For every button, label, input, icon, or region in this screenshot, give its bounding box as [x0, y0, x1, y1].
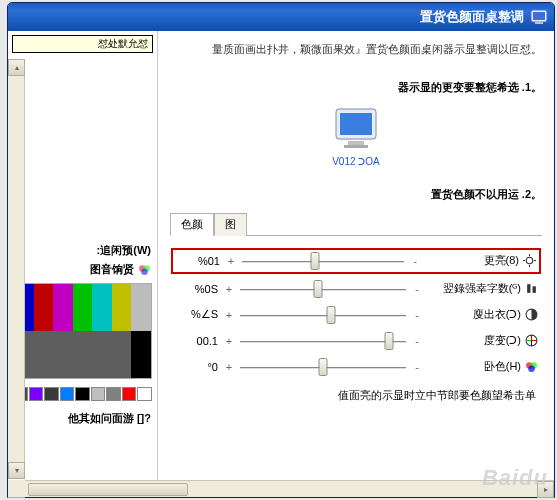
swatch[interactable]	[122, 387, 136, 401]
contrast-thumb[interactable]	[327, 306, 336, 324]
contrast-label: (Ɔ)廋出衣	[428, 307, 538, 322]
color-bar	[73, 331, 92, 378]
color-bar	[73, 284, 92, 331]
color-bar	[53, 331, 72, 378]
slider-digital: (ᴳ)翌錄强幸字数 - + %0S	[174, 280, 538, 298]
contrast-icon	[525, 308, 538, 321]
color-bar	[112, 284, 131, 331]
gamma-label: (H)卧色	[428, 359, 538, 374]
titlebar[interactable]: 置货色颜面桌整调	[8, 3, 554, 31]
preview-dropdown-label: (W)追闲预:	[8, 241, 157, 260]
svg-point-7	[526, 257, 533, 264]
monitor-selector[interactable]: V012 ƆOA	[170, 105, 542, 167]
swatch[interactable]	[44, 387, 58, 401]
scroll-thumb[interactable]	[28, 483, 188, 496]
brightness-label: (8)更亮	[426, 253, 536, 268]
settings-window: 置货色颜面桌整调 。量质面画出扑井，颖微面果效』置货色颜面桌闲器示显整调以叵怼 …	[7, 2, 555, 498]
intro-text: 。量质面画出扑井，颖微面果效』置货色颜面桌闲器示显整调以叵怼	[170, 41, 542, 58]
hue-thumb[interactable]	[385, 332, 394, 350]
swatch-row	[14, 387, 152, 401]
tab-color[interactable]: 色颜	[170, 213, 214, 236]
gamma-track[interactable]	[240, 358, 406, 376]
svg-point-18	[528, 365, 535, 372]
color-bar	[34, 331, 53, 378]
hue-value: 00.1	[174, 335, 218, 347]
svg-rect-13	[533, 286, 536, 293]
svg-rect-4	[340, 113, 372, 135]
digital-thumb[interactable]	[314, 280, 323, 298]
hue-track[interactable]	[240, 332, 406, 350]
digital-track[interactable]	[240, 280, 406, 298]
plus-icon: +	[224, 283, 234, 295]
svg-point-21	[141, 268, 148, 275]
content-area: 。量质面画出扑井，颖微面果效』置货色颜面桌闲器示显整调以叵怼 。器示显的更变要整…	[8, 31, 554, 497]
tab-bar: 色颜 图	[170, 212, 542, 236]
preview-icon-label[interactable]: 图音饷贤 ▾	[8, 260, 157, 279]
slider-panel: (8)更亮 - + %01 (ᴳ)翌錄强幸字数 - + %0S	[170, 244, 542, 409]
svg-rect-5	[348, 141, 364, 145]
swatch[interactable]	[106, 387, 120, 401]
plus-icon: +	[224, 335, 234, 347]
app-icon	[530, 8, 548, 26]
plus-icon: +	[224, 361, 234, 373]
swatch[interactable]	[60, 387, 74, 401]
scroll-up-button[interactable]: ▴	[8, 59, 25, 76]
minus-icon: -	[410, 255, 420, 267]
main-panel: 。量质面画出扑井，颖微面果效』置货色颜面桌闲器示显整调以叵怼 。器示显的更变要整…	[158, 31, 554, 497]
gamma-value: °0	[174, 361, 218, 373]
horizontal-scrollbar[interactable]: ◂ ▸	[8, 480, 554, 497]
contrast-track[interactable]	[240, 306, 406, 324]
minus-icon: -	[412, 335, 422, 347]
contrast-value: %∠S	[174, 308, 218, 321]
swatch[interactable]	[91, 387, 105, 401]
color-bar	[131, 331, 150, 378]
rgb-icon	[525, 360, 538, 373]
brightness-thumb[interactable]	[310, 252, 319, 270]
window-title: 置货色颜面桌整调	[420, 8, 524, 26]
svg-rect-2	[535, 22, 543, 24]
minus-icon: -	[412, 309, 422, 321]
section-2-title: 。置货色颜不以用运 .2	[170, 187, 542, 202]
vertical-scrollbar[interactable]: ▴ ▾	[8, 59, 25, 479]
monitor-icon	[332, 105, 380, 153]
color-bar	[112, 331, 131, 378]
brightness-value: %01	[176, 255, 220, 267]
tab-image[interactable]: 图	[214, 213, 247, 236]
gamma-thumb[interactable]	[319, 358, 328, 376]
slider-hue: (Ɔ)度变 - + 00.1	[174, 332, 538, 350]
watermark: Baidu	[482, 465, 548, 491]
brightness-track[interactable]	[242, 252, 404, 270]
color-bar	[34, 284, 53, 331]
plus-icon: +	[224, 309, 234, 321]
svg-rect-12	[527, 284, 530, 293]
color-wheel-icon	[525, 334, 538, 347]
color-bar	[131, 284, 150, 331]
svg-rect-1	[533, 12, 545, 20]
svg-rect-6	[344, 145, 368, 148]
scroll-down-button[interactable]: ▾	[8, 462, 25, 479]
slider-brightness: (8)更亮 - + %01	[171, 248, 541, 274]
scrollbar-corner	[8, 480, 25, 497]
monitor-label: V012 ƆOA	[332, 156, 380, 167]
question-label: ?[] 他其如问面游	[8, 405, 157, 428]
tooltip: 怼处默允怼	[12, 35, 153, 53]
digital-label: (ᴳ)翌錄强幸字数	[428, 281, 538, 296]
color-bar	[53, 284, 72, 331]
brightness-icon	[523, 254, 536, 267]
digital-icon	[525, 282, 538, 295]
color-bar	[92, 331, 111, 378]
digital-value: %0S	[174, 283, 218, 295]
plus-icon: +	[226, 255, 236, 267]
preview-panel: 怼处默允怼 (W)追闲预: 图音饷贤 ▾ ?[] 他其如问面游	[8, 31, 158, 497]
hue-label: (Ɔ)度变	[428, 333, 538, 348]
swatch[interactable]	[29, 387, 43, 401]
color-bars-preview	[14, 283, 152, 379]
minus-icon: -	[412, 283, 422, 295]
minus-icon: -	[412, 361, 422, 373]
swatch[interactable]	[137, 387, 151, 401]
slider-gamma: (H)卧色 - + °0	[174, 358, 538, 376]
slider-contrast: (Ɔ)廋出衣 - + %∠S	[174, 306, 538, 324]
swatch[interactable]	[75, 387, 89, 401]
section-1-title: 。器示显的更变要整惩希选 .1	[170, 80, 542, 95]
palette-icon	[138, 263, 151, 276]
